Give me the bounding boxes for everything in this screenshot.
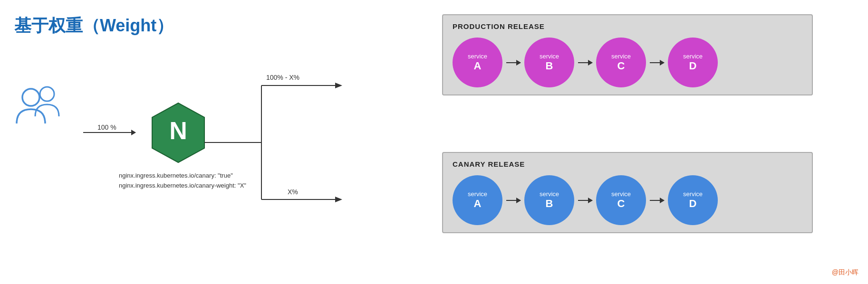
arrow-prod-ab (506, 62, 521, 63)
production-service-a: service A (453, 38, 502, 87)
arrow-canary-bc (578, 200, 592, 201)
branch-svg (204, 38, 347, 247)
production-services-row: service A service B service C (453, 38, 802, 87)
traffic-percent-label: 100 % (97, 123, 116, 131)
nginx-container: N (147, 100, 209, 166)
canary-title: CANARY RELEASE (453, 160, 802, 168)
main-container: 基于权重（Weight） 100 % (0, 0, 868, 284)
canary-services-row: service A service B service C (453, 175, 802, 225)
production-title: PRODUCTION RELEASE (453, 22, 802, 30)
traffic-arrow-line (83, 132, 135, 133)
svg-marker-7 (335, 83, 342, 88)
svg-marker-10 (335, 197, 342, 202)
svg-point-1 (22, 89, 39, 106)
arrow-prod-cd (650, 62, 664, 63)
page-title: 基于权重（Weight） (14, 14, 174, 38)
canary-service-c: service C (596, 175, 646, 225)
production-service-d: service D (668, 38, 718, 87)
arrow-canary-cd (650, 200, 664, 201)
production-service-b: service B (524, 38, 574, 87)
user-icon-front (14, 88, 48, 126)
production-percent-label: 100% - X% (266, 74, 299, 81)
canary-service-d: service D (668, 175, 718, 225)
production-release-box: PRODUCTION RELEASE service A service B (442, 14, 813, 95)
canary-service-a: service A (453, 175, 502, 225)
nginx-icon: N (150, 102, 207, 164)
svg-text:N: N (169, 117, 187, 144)
canary-service-b: service B (524, 175, 574, 225)
arrow-prod-bc (578, 62, 592, 63)
right-section: PRODUCTION RELEASE service A service B (357, 0, 868, 284)
canary-release-box: CANARY RELEASE service A service B serv (442, 152, 813, 233)
traffic-arrow: 100 % (83, 132, 135, 133)
branch-connector: 100% - X% X% (204, 38, 347, 249)
arrow-canary-ab (506, 200, 521, 201)
production-service-c: service C (596, 38, 646, 87)
canary-percent-label: X% (288, 188, 298, 196)
watermark: @田小晖 (832, 268, 858, 277)
